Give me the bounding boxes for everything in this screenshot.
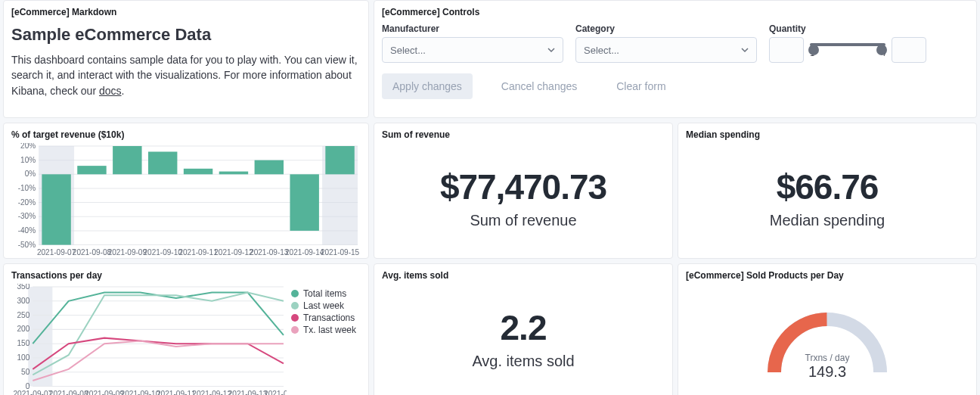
- apply-changes-button[interactable]: Apply changes: [382, 73, 473, 99]
- markdown-panel: [eCommerce] Markdown Sample eCommerce Da…: [3, 0, 369, 118]
- svg-text:2021-09-11: 2021-09-11: [157, 390, 196, 395]
- chart-legend: Total items Last week Transactions Tx. l…: [287, 284, 361, 395]
- svg-text:2021-09-12: 2021-09-12: [192, 390, 231, 395]
- svg-text:2021-09-09: 2021-09-09: [108, 248, 147, 257]
- svg-text:2021-09-08: 2021-09-08: [73, 248, 112, 257]
- chevron-down-icon: [547, 46, 555, 54]
- svg-rect-21: [148, 151, 177, 174]
- svg-rect-23: [219, 172, 248, 175]
- manufacturer-control: Manufacturer Select...: [382, 23, 563, 63]
- sum-revenue-panel: Sum of revenue $77,470.73 Sum of revenue: [374, 123, 673, 259]
- svg-text:10%: 10%: [20, 156, 36, 164]
- chevron-down-icon: [741, 46, 749, 54]
- svg-text:50: 50: [21, 368, 30, 376]
- svg-text:-30%: -30%: [18, 212, 36, 220]
- svg-text:-50%: -50%: [18, 241, 36, 249]
- avg-items-panel: Avg. items sold 2.2 Avg. items sold: [374, 263, 673, 395]
- svg-rect-20: [113, 146, 141, 174]
- gauge-value: 149.3: [808, 363, 846, 381]
- svg-text:-20%: -20%: [18, 198, 36, 207]
- metric-label: Median spending: [770, 212, 885, 229]
- svg-rect-24: [255, 160, 284, 175]
- markdown-body-post: .: [122, 85, 125, 97]
- transactions-panel: Transactions per day 0501001502002503003…: [3, 263, 369, 395]
- bar-chart[interactable]: -50%-40%-30%-20%-10%0%10%20%2021-09-0720…: [11, 143, 361, 257]
- svg-text:-40%: -40%: [18, 226, 36, 235]
- slider-knob-right[interactable]: [876, 45, 887, 55]
- svg-text:150: 150: [17, 339, 29, 347]
- svg-text:200: 200: [17, 325, 29, 333]
- svg-text:2021-09-11: 2021-09-11: [178, 248, 218, 257]
- gauge-chart[interactable]: Trxns / day 149.3: [686, 284, 969, 393]
- panel-title: % of target revenue ($10k): [11, 129, 361, 140]
- svg-text:2021-09-10: 2021-09-10: [144, 248, 183, 257]
- category-control: Category Select...: [575, 23, 757, 63]
- median-spending-panel: Median spending $66.76 Median spending: [678, 123, 977, 259]
- svg-text:2021-09-10: 2021-09-10: [121, 390, 160, 395]
- manufacturer-select[interactable]: Select...: [382, 37, 563, 63]
- svg-rect-25: [290, 174, 318, 231]
- line-chart[interactable]: 0501001502002503003502021-09-072021-09-0…: [11, 284, 287, 395]
- svg-text:100: 100: [17, 353, 29, 362]
- slider-knob-left[interactable]: [808, 45, 819, 55]
- svg-text:2021-09-13: 2021-09-13: [228, 390, 268, 395]
- panel-title: [eCommerce] Controls: [382, 7, 969, 17]
- metric-value: $77,470.73: [440, 166, 606, 207]
- gauge-label: Trxns / day: [805, 353, 850, 363]
- svg-text:2021-09-08: 2021-09-08: [49, 390, 88, 395]
- legend-item: Last week: [291, 300, 361, 311]
- page-title: Sample eCommerce Data: [11, 25, 361, 45]
- panel-title: [eCommerce] Sold Products per Day: [686, 270, 969, 281]
- svg-text:350: 350: [17, 284, 29, 291]
- docs-link[interactable]: docs: [99, 85, 122, 97]
- panel-title: [eCommerce] Markdown: [11, 7, 361, 17]
- legend-item: Total items: [291, 288, 361, 299]
- select-placeholder: Select...: [584, 45, 619, 56]
- panel-title: Median spending: [686, 129, 969, 140]
- svg-text:20%: 20%: [20, 143, 36, 150]
- quantity-label: Quantity: [769, 23, 926, 34]
- svg-text:0%: 0%: [25, 170, 36, 178]
- select-placeholder: Select...: [390, 45, 426, 56]
- markdown-body: This dashboard contains sample data for …: [11, 52, 361, 98]
- category-label: Category: [575, 23, 757, 34]
- manufacturer-label: Manufacturer: [382, 23, 563, 34]
- cancel-changes-button[interactable]: Cancel changes: [491, 73, 588, 99]
- panel-title: Sum of revenue: [382, 129, 665, 140]
- clear-form-button[interactable]: Clear form: [606, 73, 676, 99]
- svg-text:2021-09-14: 2021-09-14: [264, 390, 287, 395]
- panel-title: Transactions per day: [11, 270, 361, 281]
- svg-text:2021-09-09: 2021-09-09: [85, 390, 124, 395]
- svg-text:300: 300: [17, 297, 29, 305]
- category-select[interactable]: Select...: [575, 37, 757, 63]
- svg-text:2021-09-14: 2021-09-14: [285, 248, 324, 257]
- controls-panel: [eCommerce] Controls Manufacturer Select…: [374, 0, 977, 118]
- metric-label: Avg. items sold: [472, 353, 574, 370]
- legend-item: Transactions: [291, 313, 361, 323]
- svg-rect-18: [42, 174, 70, 244]
- svg-text:2021-09-07: 2021-09-07: [13, 390, 52, 395]
- markdown-body-text: This dashboard contains sample data for …: [11, 54, 358, 97]
- quantity-min-input[interactable]: [769, 37, 804, 63]
- gauge-panel: [eCommerce] Sold Products per Day Trxns …: [678, 263, 977, 395]
- legend-item: Tx. last week: [291, 325, 361, 335]
- svg-text:250: 250: [17, 311, 29, 319]
- svg-text:2021-09-07: 2021-09-07: [37, 248, 76, 257]
- svg-text:2021-09-12: 2021-09-12: [214, 248, 253, 257]
- svg-text:2021-09-15: 2021-09-15: [321, 248, 360, 257]
- target-revenue-panel: % of target revenue ($10k) -50%-40%-30%-…: [3, 123, 369, 259]
- quantity-control: Quantity 1 4: [769, 23, 926, 63]
- metric-label: Sum of revenue: [470, 212, 576, 229]
- svg-rect-26: [325, 146, 354, 174]
- metric-value: 2.2: [501, 307, 547, 348]
- svg-rect-19: [77, 166, 106, 174]
- quantity-max-input[interactable]: [892, 37, 926, 63]
- svg-text:2021-09-13: 2021-09-13: [250, 248, 289, 257]
- svg-rect-22: [184, 169, 212, 174]
- quantity-slider[interactable]: 1 4: [810, 37, 885, 63]
- panel-title: Avg. items sold: [382, 270, 665, 281]
- metric-value: $66.76: [777, 166, 879, 207]
- svg-text:-10%: -10%: [18, 184, 36, 192]
